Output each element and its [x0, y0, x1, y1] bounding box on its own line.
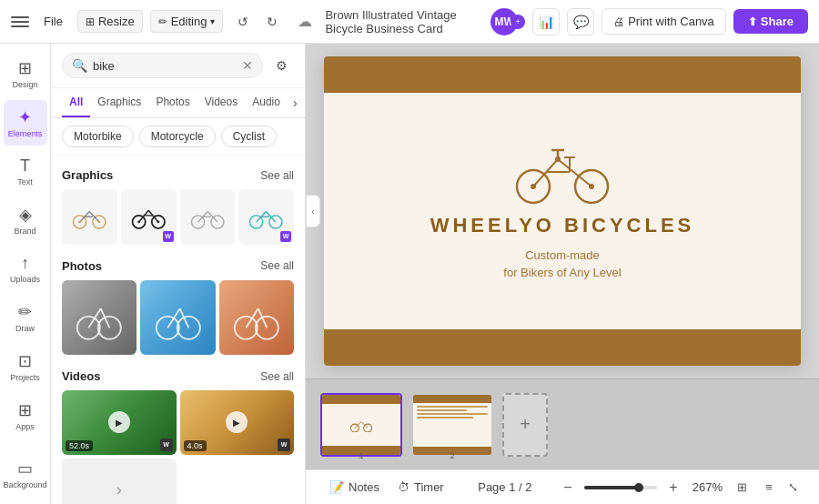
- tabs-more-icon[interactable]: ›: [288, 88, 303, 117]
- thumb2-line-2: [417, 409, 467, 411]
- add-page-button[interactable]: +: [502, 393, 548, 457]
- bike-graphic-3: [188, 197, 228, 237]
- sidebar-item-draw[interactable]: ✏ Draw: [4, 295, 47, 340]
- thumb-1: [320, 393, 402, 457]
- file-button[interactable]: File: [36, 11, 70, 32]
- sidebar-item-uploads[interactable]: ↑ Uploads: [4, 247, 47, 291]
- sidebar-item-background[interactable]: ▭ Background: [4, 451, 47, 497]
- graphic-item-4[interactable]: W: [238, 189, 294, 245]
- search-clear-icon[interactable]: ✕: [242, 58, 253, 73]
- tab-graphics[interactable]: Graphics: [90, 88, 148, 117]
- sidebar-item-projects[interactable]: ⊡ Projects: [4, 344, 47, 389]
- undo-redo-group: ↺ ↻: [230, 9, 285, 35]
- chart-icon[interactable]: 📊: [532, 8, 560, 35]
- videos-section: Videos See all ▶ 52.0s W ▶: [51, 364, 305, 504]
- photo-item-1[interactable]: [62, 280, 136, 355]
- pill-motorcycle[interactable]: Motorcycle: [139, 126, 216, 147]
- comment-icon[interactable]: 💬: [567, 8, 594, 35]
- menu-icon[interactable]: [11, 13, 29, 31]
- pill-cyclist[interactable]: Cyclist: [221, 126, 277, 147]
- redo-button[interactable]: ↻: [259, 9, 285, 35]
- video-item-2[interactable]: ▶ 4.0s W: [180, 390, 295, 455]
- graphic-item-3[interactable]: [180, 189, 236, 245]
- search-input-wrap[interactable]: 🔍 ✕: [62, 53, 263, 78]
- thumb-bike-icon: [349, 418, 374, 432]
- sidebar-item-apps[interactable]: ⊞ Apps: [4, 393, 47, 438]
- tab-videos[interactable]: Videos: [197, 88, 245, 117]
- share-button[interactable]: ⬆ Share: [733, 9, 808, 34]
- thumb2-body: [413, 403, 491, 447]
- sidebar-item-brand[interactable]: ◈ Brand: [4, 197, 47, 243]
- svg-line-50: [355, 421, 361, 428]
- svg-point-47: [555, 156, 561, 162]
- video-item-1[interactable]: ▶ 52.0s W: [62, 390, 177, 455]
- filter-button[interactable]: ⚙: [268, 53, 294, 78]
- search-input[interactable]: [93, 59, 237, 73]
- svg-point-33: [256, 317, 278, 339]
- elements-icon: ✦: [18, 107, 32, 127]
- zoom-controls: − + 267%: [557, 477, 723, 499]
- sidebar-item-design[interactable]: ⊞ Design: [4, 51, 47, 96]
- fullscreen-button[interactable]: ⤡: [781, 476, 804, 499]
- svg-point-46: [589, 184, 594, 189]
- icon-sidebar: ⊞ Design ✦ Elements T Text ◈ Brand ↑ Upl…: [0, 44, 51, 504]
- photo-bike-svg-1: [73, 291, 126, 344]
- thumb-body-1: [322, 404, 400, 446]
- bike-graphic-4: [247, 197, 286, 237]
- graphic-item-2[interactable]: W: [121, 189, 177, 245]
- graphics-see-all[interactable]: See all: [260, 169, 294, 182]
- timer-icon: ⏱: [398, 480, 410, 494]
- photo-item-2[interactable]: [140, 280, 215, 355]
- tag-pills: Motorbike Motorcycle Cyclist: [51, 118, 305, 156]
- document-title: Brown Illustrated Vintage Bicycle Busine…: [325, 8, 483, 35]
- notes-icon: 📝: [329, 480, 344, 494]
- tab-all[interactable]: All: [62, 88, 90, 117]
- business-card[interactable]: WHEELYO BICYCLES Custom-made for Bikers …: [324, 56, 801, 366]
- editing-button[interactable]: ✏ Editing ▾: [150, 10, 224, 33]
- photos-header: Photos See all: [62, 259, 294, 273]
- card-bicycle-svg: [508, 141, 617, 205]
- videos-see-all[interactable]: See all: [260, 370, 294, 383]
- thumb-top-1: [322, 395, 400, 404]
- zoom-minus-button[interactable]: −: [557, 477, 579, 499]
- svg-line-51: [361, 421, 368, 428]
- sidebar-item-elements[interactable]: ✦ Elements: [4, 100, 47, 146]
- background-icon: ▭: [17, 459, 33, 479]
- bike-graphic-2: [129, 197, 168, 237]
- canva-badge-2: W: [280, 231, 291, 242]
- thumb-2: [411, 393, 493, 457]
- thumb-inner-1: [322, 395, 400, 455]
- main-area: ⊞ Design ✦ Elements T Text ◈ Brand ↑ Upl…: [0, 44, 819, 504]
- sidebar-item-text[interactable]: T Text: [4, 149, 47, 194]
- list-view-button[interactable]: ≡: [757, 476, 781, 499]
- video-more-button[interactable]: ›: [62, 459, 177, 504]
- play-icon-1: ▶: [108, 411, 130, 433]
- timer-button[interactable]: ⏱ Timer: [389, 477, 453, 498]
- topbar: File ⊞ Resize ✏ Editing ▾ ↺ ↻ ☁ Brown Il…: [0, 0, 819, 44]
- collapse-panel-button[interactable]: ‹: [306, 195, 320, 227]
- zoom-plus-button[interactable]: +: [662, 477, 684, 499]
- page-thumbnail-2[interactable]: 2: [411, 393, 493, 457]
- topbar-right: MW + 📊 💬 🖨 Print with Canva ⬆ Share: [490, 8, 808, 35]
- tab-audio[interactable]: Audio: [245, 88, 288, 117]
- photo-item-3[interactable]: [219, 280, 294, 355]
- print-button[interactable]: 🖨 Print with Canva: [602, 8, 726, 35]
- cloud-save-icon[interactable]: ☁: [292, 9, 318, 35]
- photo-bike-svg-2: [152, 291, 205, 344]
- graphic-item-1[interactable]: [62, 189, 117, 245]
- pill-motorbike[interactable]: Motorbike: [62, 126, 134, 147]
- tab-photos[interactable]: Photos: [148, 88, 197, 117]
- grid-view-button[interactable]: ⊞: [730, 476, 753, 499]
- uploads-icon: ↑: [21, 254, 29, 273]
- text-icon: T: [20, 156, 30, 176]
- zoom-bar[interactable]: [584, 486, 657, 489]
- svg-point-32: [235, 317, 258, 339]
- page-info: Page 1 / 2: [453, 480, 557, 494]
- page-thumbnail-1[interactable]: 1: [320, 393, 402, 457]
- notes-button[interactable]: 📝 Notes: [320, 477, 389, 498]
- undo-button[interactable]: ↺: [230, 9, 256, 35]
- photos-see-all[interactable]: See all: [260, 259, 294, 272]
- zoom-percentage: 267%: [690, 480, 723, 494]
- videos-header: Videos See all: [62, 369, 294, 383]
- resize-button[interactable]: ⊞ Resize: [77, 10, 143, 33]
